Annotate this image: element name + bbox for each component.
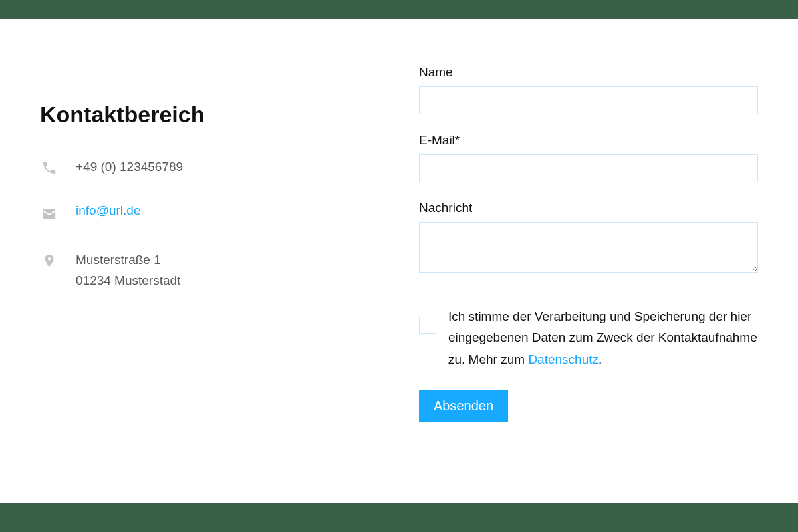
mail-icon (40, 205, 59, 223)
phone-row: +49 (0) 123456789 (40, 157, 379, 177)
consent-text: Ich stimme der Verarbeitung und Speicher… (448, 306, 758, 370)
name-group: Name (419, 65, 758, 114)
consent-row: Ich stimme der Verarbeitung und Speicher… (419, 306, 758, 370)
content-area: Kontaktbereich +49 (0) 123456789 info@ur… (0, 19, 798, 503)
email-link[interactable]: info@url.de (76, 203, 140, 218)
consent-checkbox[interactable] (419, 317, 436, 334)
top-bar (0, 0, 798, 19)
privacy-link[interactable]: Datenschutz (528, 352, 598, 366)
contact-info-column: Kontaktbereich +49 (0) 123456789 info@ur… (40, 65, 379, 476)
address-line-1: Musterstraße 1 (76, 250, 180, 270)
consent-prefix: Ich stimme der Verarbeitung und Speicher… (448, 309, 757, 366)
message-textarea[interactable] (419, 222, 758, 273)
submit-button[interactable]: Absenden (419, 390, 508, 422)
address-line-2: 01234 Musterstadt (76, 271, 180, 291)
contact-form-column: Name E-Mail* Nachricht Ich stimme der Ve… (419, 65, 758, 476)
address-text: Musterstraße 1 01234 Musterstadt (76, 250, 180, 291)
email-label: E-Mail* (419, 133, 758, 148)
name-label: Name (419, 65, 758, 80)
page-title: Kontaktbereich (40, 102, 379, 128)
email-input[interactable] (419, 154, 758, 182)
phone-icon (40, 158, 59, 177)
message-label: Nachricht (419, 201, 758, 215)
address-row: Musterstraße 1 01234 Musterstadt (40, 250, 379, 291)
phone-text: +49 (0) 123456789 (76, 157, 183, 177)
consent-suffix: . (598, 352, 602, 366)
message-group: Nachricht (419, 201, 758, 275)
bottom-bar (0, 503, 798, 532)
email-group: E-Mail* (419, 133, 758, 182)
location-icon (40, 251, 59, 270)
name-input[interactable] (419, 86, 758, 114)
email-row: info@url.de (40, 203, 379, 223)
